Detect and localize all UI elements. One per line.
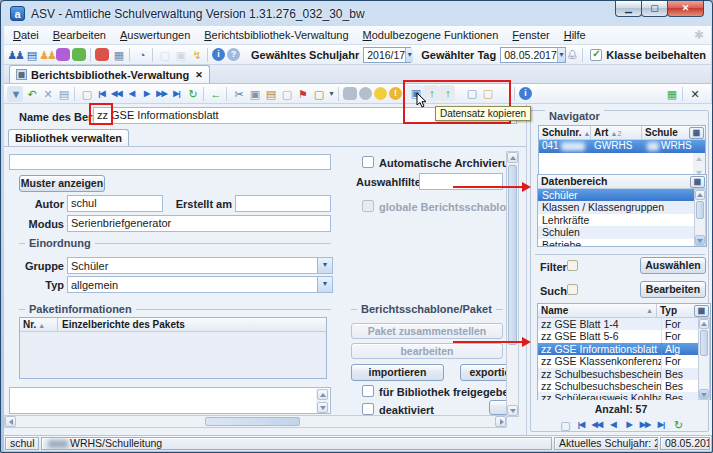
copy-record-icon[interactable]: ▢: [78, 86, 94, 102]
new-report-caret-icon[interactable]: ▾: [326, 86, 335, 102]
paket-table-header[interactable]: Nr.▲ Einzelberichte des Pakets: [20, 318, 326, 332]
description-field[interactable]: [9, 154, 331, 170]
paket-notes-field[interactable]: [9, 387, 331, 414]
first-record-icon[interactable]: |◀: [574, 417, 589, 433]
last-record-icon[interactable]: ▶|: [654, 417, 669, 433]
scroll-down-button[interactable]: [507, 405, 518, 416]
scroll-up-button[interactable]: [695, 190, 705, 200]
col-schulnr[interactable]: Schulnr.▲1: [539, 126, 591, 139]
list-item[interactable]: Klassen / Klassengruppen: [538, 201, 706, 213]
applicants-icon[interactable]: ♟♟: [39, 47, 55, 63]
list-item[interactable]: Betriebe: [538, 239, 706, 246]
table-menu-icon[interactable]: [689, 127, 704, 139]
table-row[interactable]: zz SchulbesuchsbescheinigungBes: [538, 368, 710, 380]
students-icon[interactable]: ♟♟: [7, 47, 23, 63]
copy-icon[interactable]: ▣: [246, 86, 262, 102]
lock-icon[interactable]: [343, 87, 357, 100]
message-bubble-icon[interactable]: [95, 48, 109, 61]
school-row[interactable]: 041 GWRHS WRHS: [539, 140, 705, 153]
back-icon[interactable]: ←: [207, 86, 223, 102]
importieren-button[interactable]: importieren: [351, 364, 444, 381]
typ-select[interactable]: allgemein▼: [67, 276, 333, 293]
table-row[interactable]: zz GSE Klassenkonferenz ProtokollFor: [538, 355, 710, 367]
chevron-down-icon[interactable]: ▼: [317, 277, 332, 292]
menu-item-berichtsbibliothek-verwaltung[interactable]: Berichtsbibliothek-Verwaltung: [197, 27, 355, 43]
datenbereich-header[interactable]: Datenbereich: [538, 175, 706, 189]
muster-anzeigen-button[interactable]: Muster anzeigen: [19, 175, 105, 192]
list-item[interactable]: Lehrkräfte: [538, 214, 706, 226]
close-button[interactable]: ✕: [667, 1, 704, 17]
tab-berichtsbibliothek[interactable]: ▤ Berichtsbibliothek-Verwaltung ✕: [9, 65, 210, 83]
table-menu-icon[interactable]: [690, 176, 705, 188]
menu-item-hilfe[interactable]: Hilfe: [557, 27, 593, 43]
next-page-icon[interactable]: ▶▶: [154, 86, 169, 102]
scroll-down-button[interactable]: [699, 389, 709, 399]
suche-indicator[interactable]: [567, 284, 578, 295]
bell-icon[interactable]: 🕭: [566, 47, 579, 62]
col-nr[interactable]: Nr.▲: [20, 318, 58, 331]
prev-record-icon[interactable]: ◀: [606, 417, 621, 433]
gruppe-select[interactable]: Schüler▼: [67, 257, 333, 274]
col-typ[interactable]: Typ: [657, 304, 693, 317]
menu-item-modulbezogene-funktionen[interactable]: Modulbezogene Funktionen: [356, 27, 506, 43]
info-icon[interactable]: i: [212, 48, 225, 61]
table-menu-icon[interactable]: [694, 305, 709, 317]
last-record-icon[interactable]: ▶|: [169, 86, 184, 102]
datenbereich-scrollbar[interactable]: [694, 189, 706, 246]
prev-page-icon[interactable]: ◀◀: [109, 86, 124, 102]
scrollbar-thumb[interactable]: [700, 330, 708, 356]
protected-report-icon[interactable]: ▢: [463, 85, 479, 101]
table-row[interactable]: zz SchulbesuchsbescheinigungBes: [538, 380, 710, 392]
tag-select[interactable]: 08.05.2017▼: [500, 47, 566, 63]
chevron-down-icon[interactable]: ▼: [317, 258, 332, 273]
tab-bibliothek-verwalten[interactable]: Bibliothek verwalten: [8, 129, 129, 146]
klasse-checkbox[interactable]: [590, 49, 602, 61]
next-record-icon[interactable]: ▶: [622, 417, 637, 433]
scroll-down-button[interactable]: [695, 235, 705, 245]
class-bubble-icon[interactable]: [56, 48, 70, 61]
col-einzelberichte[interactable]: Einzelberichte des Pakets: [58, 318, 326, 331]
scroll-up-button[interactable]: [507, 152, 518, 163]
minimize-button[interactable]: ▁: [615, 1, 642, 17]
report-table-header[interactable]: Name▲ Typ: [538, 304, 710, 318]
window-list-icon[interactable]: ▦: [663, 86, 679, 102]
announce-icon[interactable]: !: [389, 87, 402, 100]
freigegeben-checkbox[interactable]: [362, 385, 374, 397]
grades-icon[interactable]: ▦: [110, 47, 126, 63]
refresh-icon[interactable]: ↻: [184, 86, 200, 102]
table-row[interactable]: zz GSE InformationsblattAlg: [538, 343, 710, 355]
title-bar[interactable]: a ASV - Amtliche Schulverwaltung Version…: [1, 1, 712, 26]
scrollbar-thumb[interactable]: [205, 417, 300, 426]
report-scrollbar[interactable]: [698, 318, 710, 400]
prev-record-icon[interactable]: ◀: [124, 86, 139, 102]
export-report-icon[interactable]: ▢: [479, 85, 495, 101]
new-report-icon[interactable]: ▢: [310, 86, 326, 102]
exportieren-button[interactable]: exportieren: [460, 364, 506, 381]
next-page-icon[interactable]: ▶▶: [638, 417, 653, 433]
tip-icon[interactable]: [374, 87, 387, 100]
preview-icon[interactable]: [359, 87, 372, 100]
scrollbar-thumb[interactable]: [696, 201, 704, 219]
col-name[interactable]: Name▲: [538, 304, 657, 317]
school-table-header[interactable]: Schulnr.▲1 Art▲2 Schule: [539, 126, 705, 140]
auswaehlen-button[interactable]: Auswählen: [640, 257, 706, 274]
col-schule[interactable]: Schule: [642, 126, 688, 139]
scroll-left-button[interactable]: [5, 416, 16, 427]
paket-table-body[interactable]: [20, 332, 326, 378]
col-art[interactable]: Art▲2: [591, 126, 642, 139]
chevron-down-icon[interactable]: ▼: [405, 48, 413, 62]
copy-record-icon[interactable]: ▢: [557, 417, 573, 433]
scroll-up-button[interactable]: [317, 389, 328, 400]
autor-input[interactable]: schul: [67, 195, 163, 212]
menu-item-datei[interactable]: Datei: [6, 27, 46, 43]
modus-input[interactable]: Serienbriefgenerator: [67, 215, 331, 232]
undo-icon[interactable]: ↶: [23, 86, 39, 102]
prev-page-icon[interactable]: ◀◀: [590, 417, 605, 433]
import-library-icon[interactable]: ↑: [439, 85, 455, 101]
chevron-down-icon[interactable]: ▼: [557, 48, 565, 62]
scrollbar-thumb[interactable]: [508, 165, 517, 345]
scroll-up-button[interactable]: [699, 319, 709, 329]
quick-action-icon[interactable]: ↯: [188, 47, 204, 63]
table-row[interactable]: zz GSE Blatt 1-4For: [538, 318, 710, 330]
list-item[interactable]: Schüler: [538, 189, 706, 201]
